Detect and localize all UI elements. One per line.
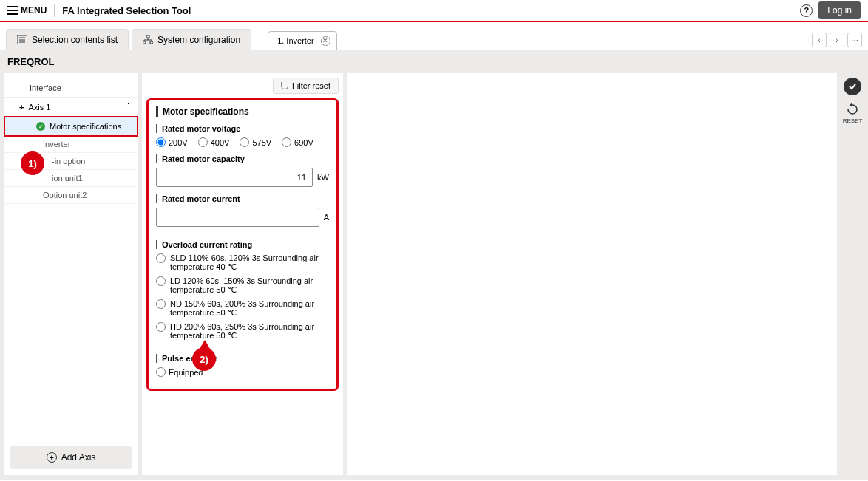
header-right: ? Log in — [800, 1, 861, 19]
svg-rect-8 — [150, 41, 153, 44]
radio-575[interactable] — [240, 137, 249, 147]
nav-prev-button[interactable]: ‹ — [812, 33, 827, 47]
tree-axis1[interactable]: + Axis 1 ⋮ — [4, 98, 138, 117]
overload-options: SLD 110% 60s, 120% 3s Surrounding air te… — [156, 253, 329, 341]
voltage-title: Rated motor voltage — [156, 124, 329, 133]
svg-rect-7 — [143, 41, 146, 44]
add-axis-button[interactable]: + Add Axis — [10, 446, 132, 469]
voltage-200[interactable]: 200V — [156, 137, 188, 147]
nav-next-button[interactable]: › — [830, 33, 844, 47]
filter-reset-label: Filter reset — [292, 81, 330, 90]
tree-interface[interactable]: Interface — [4, 79, 138, 98]
tree-label: Motor specifications — [50, 122, 121, 131]
check-icon — [847, 81, 858, 92]
tab-label: System configuration — [157, 35, 240, 45]
pulse-title: Pulse encoder — [156, 354, 329, 363]
hamburger-icon — [7, 6, 18, 15]
pulse-options: Equipped — [156, 367, 329, 377]
pulse-equipped[interactable]: Equipped — [156, 367, 203, 377]
help-icon[interactable]: ? — [800, 4, 813, 17]
annotation-1: 1) — [21, 151, 44, 175]
current-input[interactable] — [156, 208, 319, 227]
voltage-575[interactable]: 575V — [240, 137, 271, 147]
tree-motor-spec[interactable]: ✓ Motor specifications — [4, 117, 138, 136]
mid-panel: Filter reset Motor specifications Rated … — [142, 73, 343, 475]
nav-arrows: ‹ › ⋯ — [812, 33, 862, 50]
radio-400[interactable] — [198, 137, 208, 147]
tree-inverter[interactable]: Inverter — [4, 136, 138, 153]
capacity-input[interactable] — [156, 168, 313, 187]
tab-inverter[interactable]: 1. Inverter ✕ — [268, 31, 337, 50]
workspace: Interface + Axis 1 ⋮ ✓ Motor specificati… — [0, 73, 868, 480]
system-icon — [143, 35, 153, 44]
tabs-row: Selection contents list System configura… — [0, 22, 868, 50]
tree-option-unit2[interactable]: Option unit2 — [4, 187, 138, 204]
current-row: A — [156, 208, 329, 227]
capacity-unit: kW — [317, 173, 329, 182]
add-axis-label: Add Axis — [61, 452, 96, 463]
overload-nd[interactable]: ND 150% 60s, 200% 3s Surrounding air tem… — [156, 299, 329, 318]
list-icon — [17, 35, 27, 44]
radio-hd[interactable] — [156, 322, 166, 332]
form-area: Motor specifications Rated motor voltage… — [146, 98, 339, 391]
tab-label: Selection contents list — [32, 35, 118, 45]
divider — [54, 4, 55, 17]
voltage-690[interactable]: 690V — [282, 137, 313, 147]
radio-690[interactable] — [282, 137, 291, 147]
menu-label: MENU — [21, 5, 47, 16]
app-title: FA Integrated Selection Tool — [62, 5, 191, 16]
tab-label: 1. Inverter — [277, 36, 314, 45]
svg-rect-4 — [146, 35, 149, 38]
radio-ld[interactable] — [156, 276, 166, 286]
header-left: MENU FA Integrated Selection Tool — [7, 4, 191, 17]
overload-title: Overload current rating — [156, 240, 329, 249]
tab-system-config[interactable]: System configuration — [132, 29, 251, 50]
right-panel — [347, 73, 837, 475]
current-title: Rated motor current — [156, 194, 329, 203]
capacity-row: kW — [156, 168, 329, 187]
filter-reset-button[interactable]: Filter reset — [273, 78, 339, 94]
voltage-options: 200V 400V 575V 690V — [156, 137, 329, 147]
confirm-button[interactable] — [844, 78, 861, 95]
current-unit: A — [324, 213, 329, 222]
section-title: Motor specifications — [156, 106, 329, 117]
filter-icon — [281, 82, 288, 89]
menu-button[interactable]: MENU — [7, 5, 47, 16]
login-button[interactable]: Log in — [818, 1, 861, 19]
nav-more-button[interactable]: ⋯ — [847, 33, 862, 47]
annotation-2: 2) — [192, 347, 216, 371]
left-panel: Interface + Axis 1 ⋮ ✓ Motor specificati… — [4, 73, 138, 475]
app-header: MENU FA Integrated Selection Tool ? Log … — [0, 0, 868, 22]
axis-label: Axis 1 — [28, 103, 50, 112]
radio-nd[interactable] — [156, 299, 166, 309]
tab-selection-contents[interactable]: Selection contents list — [6, 29, 129, 50]
check-icon: ✓ — [36, 122, 45, 131]
radio-200[interactable] — [156, 137, 166, 147]
more-icon[interactable]: ⋮ — [124, 102, 132, 112]
capacity-title: Rated motor capacity — [156, 154, 329, 163]
reset-icon — [846, 103, 859, 116]
radio-equipped[interactable] — [156, 367, 166, 377]
voltage-400[interactable]: 400V — [198, 137, 230, 147]
tabs-left: Selection contents list System configura… — [6, 29, 337, 50]
side-rail: RESET — [841, 73, 864, 475]
overload-sld[interactable]: SLD 110% 60s, 120% 3s Surrounding air te… — [156, 253, 329, 272]
page-title: FREQROL — [0, 50, 868, 73]
overload-ld[interactable]: LD 120% 60s, 150% 3s Surrounding air tem… — [156, 276, 329, 295]
plus-icon: + — [47, 452, 57, 463]
mid-toolbar: Filter reset — [142, 73, 343, 95]
tree: Interface + Axis 1 ⋮ ✓ Motor specificati… — [4, 73, 138, 440]
reset-button[interactable]: RESET — [843, 103, 863, 124]
radio-sld[interactable] — [156, 253, 166, 263]
reset-label: RESET — [843, 117, 863, 124]
close-icon[interactable]: ✕ — [321, 36, 330, 46]
overload-hd[interactable]: HD 200% 60s, 250% 3s Surrounding air tem… — [156, 322, 329, 341]
expand-icon[interactable]: + — [19, 103, 24, 112]
